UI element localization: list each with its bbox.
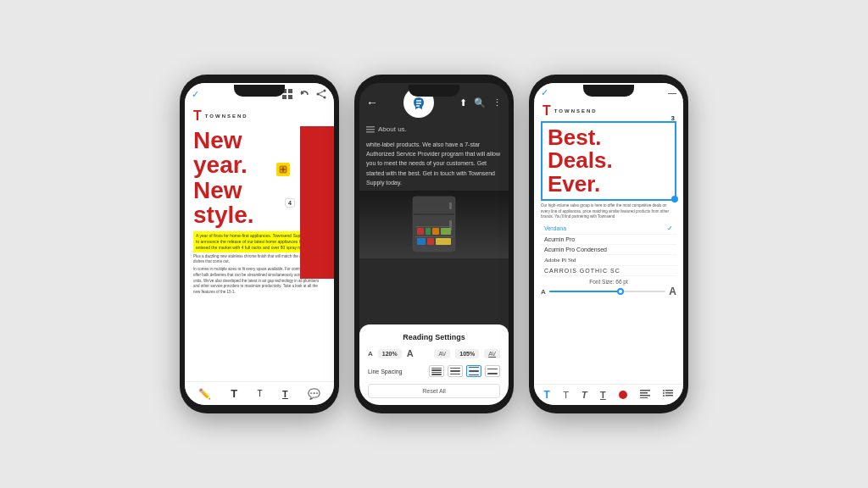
svg-rect-18 bbox=[366, 131, 375, 133]
phone-1: ✓ T TOWNSEND bbox=[180, 75, 339, 413]
phone-3-bottom-toolbar: T T T T bbox=[534, 384, 683, 405]
svg-rect-1 bbox=[288, 89, 292, 93]
brand-name: TOWNSEND bbox=[205, 114, 248, 119]
av-percent[interactable]: 105% bbox=[455, 349, 479, 358]
check-icon-3[interactable]: ✓ bbox=[541, 87, 548, 98]
text-normal-button[interactable]: T bbox=[563, 390, 569, 400]
svg-rect-32 bbox=[427, 238, 434, 245]
text-normal-icon[interactable]: T bbox=[258, 389, 263, 398]
av-normal[interactable]: AV bbox=[434, 349, 450, 358]
brand-logo-3: T bbox=[542, 104, 551, 118]
share-icon[interactable] bbox=[315, 88, 327, 100]
font-item-acumin-pro-condensed[interactable]: Acumin Pro Condensed bbox=[541, 245, 676, 255]
brand-name-3: TOWNSEND bbox=[554, 108, 598, 114]
align-left-button[interactable] bbox=[640, 390, 650, 400]
spacing-loose[interactable] bbox=[485, 365, 500, 377]
font-item-verdana[interactable]: Verdana bbox=[541, 223, 676, 235]
svg-point-42 bbox=[663, 392, 665, 394]
svg-rect-25 bbox=[415, 226, 453, 227]
phone-1-screen: ✓ T TOWNSEND bbox=[185, 83, 334, 405]
share-icon-2[interactable]: ⬆ bbox=[459, 97, 467, 108]
font-size-large-label: A bbox=[407, 348, 414, 358]
svg-rect-35 bbox=[640, 392, 648, 394]
svg-rect-16 bbox=[366, 126, 375, 128]
phone-2-screen: ← ⬆ 🔍 ⋮ About us. bbox=[359, 83, 509, 405]
section-title-bar: About us. bbox=[359, 122, 509, 136]
font-size-small-label: A bbox=[368, 350, 373, 358]
svg-rect-27 bbox=[417, 228, 424, 235]
pencil-icon[interactable]: ✏️ bbox=[198, 388, 211, 400]
phone-1-hero: New year. New style. bbox=[185, 126, 334, 228]
font-size-label: Font Size: 66 pt bbox=[534, 279, 683, 285]
svg-rect-26 bbox=[415, 236, 453, 237]
phone-1-bottom-toolbar: ✏️ T T T 💬 bbox=[185, 381, 334, 405]
color-dot-button[interactable] bbox=[619, 391, 627, 399]
font-item-adobe-pi[interactable]: Adobe Pi Std bbox=[541, 255, 676, 266]
font-list: Verdana Acumin Pro Acumin Pro Condensed … bbox=[541, 223, 676, 276]
page-badge: 4 bbox=[285, 198, 295, 208]
phone-3-topbar-right[interactable]: — bbox=[668, 88, 676, 97]
yellow-sticker bbox=[276, 163, 290, 176]
list-button[interactable] bbox=[663, 390, 673, 400]
text-underline-icon[interactable]: T bbox=[282, 389, 288, 399]
svg-rect-17 bbox=[366, 129, 375, 130]
svg-rect-30 bbox=[441, 228, 451, 235]
phones-container: ✓ T TOWNSEND bbox=[163, 58, 705, 430]
svg-point-43 bbox=[663, 395, 665, 396]
svg-rect-23 bbox=[449, 202, 452, 209]
font-size-slider-row: A A bbox=[541, 286, 676, 297]
slider-thumb[interactable] bbox=[617, 288, 624, 295]
svg-rect-29 bbox=[432, 228, 439, 235]
text-italic-button[interactable]: T bbox=[581, 390, 587, 400]
slider-fill bbox=[549, 291, 620, 292]
phone-3-screen: ✓ — T TOWNSEND 3 Best. Deals. Ever. Our … bbox=[534, 83, 683, 405]
check-icon[interactable]: ✓ bbox=[192, 89, 199, 100]
svg-rect-31 bbox=[417, 238, 426, 245]
font-size-percent[interactable]: 120% bbox=[378, 349, 402, 358]
text-bold-icon[interactable]: T bbox=[231, 387, 237, 400]
font-item-carrois[interactable]: CARROIS GOTHIC SC bbox=[541, 266, 676, 276]
panel-title: Reading Settings bbox=[368, 333, 500, 341]
font-item-acumin-pro[interactable]: Acumin Pro bbox=[541, 235, 676, 245]
phone-1-logo: T TOWNSEND bbox=[185, 103, 334, 126]
more-icon[interactable]: ⋮ bbox=[492, 97, 502, 108]
phone-2: ← ⬆ 🔍 ⋮ About us. bbox=[354, 75, 514, 413]
reset-all-button[interactable]: Reset All bbox=[368, 384, 500, 398]
phone-3-body-text: Our high-volume sales group is here to o… bbox=[541, 203, 676, 220]
spacing-normal[interactable] bbox=[448, 365, 463, 377]
svg-rect-37 bbox=[640, 397, 648, 398]
slider-max-label: A bbox=[669, 286, 676, 297]
svg-rect-33 bbox=[436, 238, 451, 245]
phone-2-topbar-right: ⬆ 🔍 ⋮ bbox=[459, 97, 502, 108]
comment-icon[interactable]: 💬 bbox=[308, 388, 320, 400]
text-bold-button[interactable]: T bbox=[544, 389, 550, 401]
phone-2-body-text: white-label products. We also have a 7-s… bbox=[359, 136, 509, 191]
svg-line-9 bbox=[318, 94, 325, 97]
spacing-icons bbox=[429, 365, 500, 377]
phone-1-topbar-icons bbox=[281, 88, 327, 100]
spacing-medium[interactable] bbox=[466, 365, 481, 377]
svg-point-41 bbox=[663, 390, 665, 391]
phone-3: ✓ — T TOWNSEND 3 Best. Deals. Ever. Our … bbox=[529, 75, 688, 413]
search-icon[interactable]: 🔍 bbox=[474, 97, 486, 108]
svg-line-8 bbox=[318, 91, 325, 94]
line-spacing-row: Line Spacing bbox=[368, 365, 500, 377]
svg-rect-3 bbox=[288, 95, 292, 99]
av-underline[interactable]: AV bbox=[484, 349, 500, 358]
svg-rect-39 bbox=[665, 392, 673, 394]
font-size-row: A 120% A AV 105% AV bbox=[368, 348, 500, 358]
svg-rect-28 bbox=[426, 228, 431, 235]
section-title-text: About us. bbox=[378, 125, 407, 133]
text-underline-button[interactable]: T bbox=[600, 390, 606, 400]
undo-icon[interactable] bbox=[298, 88, 310, 100]
phone-1-notch bbox=[234, 85, 285, 97]
font-size-slider[interactable] bbox=[549, 291, 666, 292]
reading-settings-panel: Reading Settings A 120% A AV 105% AV Lin… bbox=[359, 324, 509, 405]
phone-3-hero-area: 3 Best. Deals. Ever. bbox=[541, 121, 676, 201]
fridge-image bbox=[359, 191, 509, 258]
spacing-tight[interactable] bbox=[429, 365, 444, 377]
phone-3-logo: T TOWNSEND bbox=[534, 101, 683, 119]
phone-3-notch bbox=[583, 85, 634, 97]
blue-dot-decoration bbox=[671, 196, 678, 202]
back-icon[interactable]: ← bbox=[366, 96, 378, 109]
